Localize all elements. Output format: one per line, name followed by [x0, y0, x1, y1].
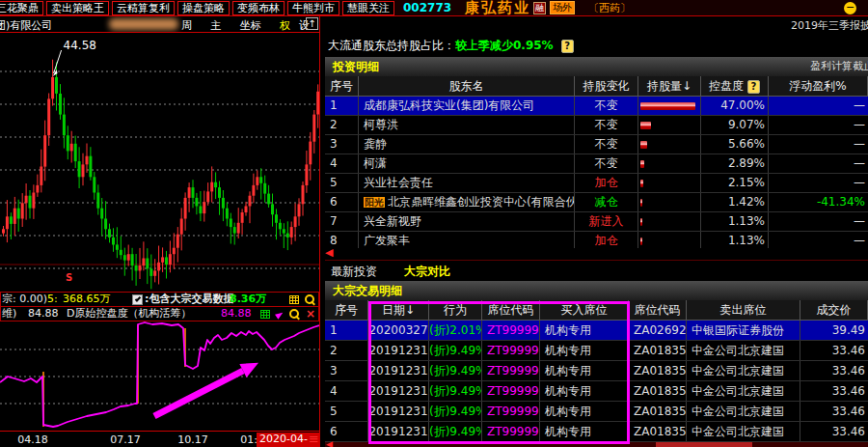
trade-seat-code: ZT999999 — [482, 402, 540, 421]
trade-action: (折)9.49% — [429, 361, 482, 380]
candlestick-chart[interactable]: 44.58 S — [0, 33, 319, 292]
holder-name: 柯尊洪 — [359, 116, 575, 134]
close-icon[interactable]: × — [306, 309, 315, 320]
holder-row-8[interactable]: 8广发聚丰加仓1.13%— — [325, 232, 868, 248]
holders-col-6[interactable]: 浮动盈利% — [769, 76, 868, 96]
sell-signal-marker: S — [66, 272, 72, 283]
checkbox-label[interactable]: :包含大宗交易数据 — [145, 293, 233, 306]
margin-badge: 融 — [533, 2, 546, 14]
trade-row-5[interactable]: 520191231(折)9.49%ZT999999机构专用ZA018355中金公… — [325, 402, 868, 422]
trades-col-4[interactable]: 席位代码 — [482, 300, 540, 320]
trades-table-header: 序号日期↓行为席位代码买入席位席位代码卖出席位成交价 — [325, 300, 868, 321]
trade-action: (折)9.49% — [429, 341, 482, 360]
trade-row-1[interactable]: 120200327(折)2.01%ZT999999机构专用ZA026921中银国… — [325, 321, 868, 341]
holders-section-title: 投资明细 — [333, 60, 379, 73]
scrollbar-thumb[interactable] — [656, 442, 752, 447]
x-axis-label: 10.17 — [177, 433, 208, 446]
trade-row-2[interactable]: 220191231(折)9.49%ZT999999机构专用ZA018355中金公… — [325, 341, 868, 361]
trade-row-3[interactable]: 320191231(折)9.49%ZT999999机构专用ZA018355中金公… — [325, 361, 868, 381]
holders-col-5[interactable]: 控盘度? — [701, 76, 769, 96]
trade-sell-seat: 中金公司北京建国 — [687, 402, 800, 421]
holder-change: 新进入 — [575, 212, 638, 231]
menu-burger-icon[interactable]: ≡ — [309, 432, 319, 446]
trade-sell-code: ZA018355 — [629, 422, 687, 441]
volume-bar — [640, 141, 647, 149]
trades-col-6[interactable]: 席位代码 — [629, 300, 687, 320]
holder-volume-bar-cell — [638, 193, 701, 211]
holder-name: 柯潇 — [359, 154, 575, 173]
horizontal-scrollbar[interactable] — [325, 442, 868, 447]
holders-col-4[interactable]: 持股量↓ — [638, 76, 701, 96]
toolbar-item-2[interactable]: 主图 — [210, 18, 231, 33]
menu-item-7[interactable]: 慧眼关注 — [342, 1, 394, 15]
holder-row-1[interactable]: 1成都康弘科技实业(集团)有限公司不变47.00%— — [325, 97, 868, 116]
holder-change: 不变 — [575, 135, 638, 154]
holder-row-3[interactable]: 3龚静不变5.66%— — [325, 135, 868, 154]
overlay-value: 8.36万 — [230, 293, 266, 306]
magnifier-icon[interactable] — [305, 294, 315, 305]
trade-action: (折)2.01% — [429, 321, 482, 340]
trade-buy-seat: 机构专用 — [540, 321, 629, 340]
trade-row-4[interactable]: 420191231(折)9.49%ZT999999机构专用ZA018355中金公… — [325, 381, 868, 402]
trade-buy-seat: 机构专用 — [540, 341, 629, 360]
trade-row-6[interactable]: 620191231(折)9.49%ZT999999机构专用ZA018355中金公… — [325, 422, 868, 442]
help-icon[interactable]: ? — [747, 80, 760, 94]
holder-change: 不变 — [575, 154, 638, 173]
holders-col-2[interactable]: 股东名 — [359, 76, 575, 96]
trades-col-1[interactable]: 序号 — [325, 300, 368, 320]
calculator-icon[interactable] — [260, 310, 270, 319]
volume-bar — [640, 218, 642, 226]
holder-row-2[interactable]: 2柯尊洪不变9.07%— — [325, 116, 868, 135]
pin-dart-icon[interactable] — [275, 310, 285, 320]
x-axis-label: 04.18 — [17, 433, 48, 446]
holder-volume-bar-cell — [638, 97, 701, 115]
holder-row-7[interactable]: 7兴全新视野新进入1.13%— — [325, 212, 868, 232]
magnifier-icon[interactable] — [289, 309, 300, 320]
trade-seat-code: ZT999999 — [482, 361, 540, 380]
industry-tag: 〔西药〕 — [588, 1, 631, 15]
calculator-icon[interactable] — [289, 295, 299, 304]
trade-no: 2 — [325, 341, 368, 360]
menu-item-1[interactable]: 三花聚鼎 — [0, 1, 43, 15]
scroll-left-icon[interactable]: ◀ — [326, 441, 333, 447]
menu-item-2[interactable]: 卖出策略王 — [46, 1, 109, 15]
holder-name: 阳光北京鼎晖维鑫创业投资中心(有限合伙) — [359, 193, 575, 211]
trade-sell-seat: 中银国际证券股份 — [687, 321, 800, 340]
menu-item-3[interactable]: 云精算复利 — [112, 1, 175, 15]
stock-name: 康弘药业 — [465, 0, 530, 17]
trade-buy-seat: 机构专用 — [540, 422, 629, 441]
include-block-trades-checkbox[interactable] — [132, 294, 143, 305]
trades-col-7[interactable]: 卖出席位 — [687, 300, 800, 320]
scroll-left-icon[interactable]: ◀ — [325, 247, 333, 258]
strategy-menu: 三花聚鼎卖出策略王云精算复利操盘策略变频布林牛熊判市慧眼关注 — [0, 1, 397, 15]
trades-col-2[interactable]: 日期↓ — [368, 300, 429, 320]
holder-change: 加仓 — [575, 174, 638, 192]
trade-no: 1 — [325, 321, 368, 340]
trades-col-8[interactable]: 成交价 — [800, 300, 868, 320]
menu-item-5[interactable]: 变频布林 — [232, 1, 285, 15]
holders-col-1[interactable]: 序号 — [325, 76, 359, 96]
tab-1[interactable]: 最新投资 — [331, 265, 377, 278]
expand-up-icon[interactable]: ↑ — [306, 17, 318, 30]
top-menu-bar: 三花聚鼎卖出策略王云精算复利操盘策略变频布林牛熊判市慧眼关注 002773 康弘… — [0, 0, 868, 16]
holder-name: 兴全新视野 — [359, 212, 575, 231]
toolbar-item-1[interactable]: 周期 — [181, 18, 202, 33]
minimize-icon[interactable]: − — [844, 2, 856, 14]
holders-col-3[interactable]: 持股变化 — [575, 76, 638, 96]
tab-2[interactable]: 大宗对比 — [404, 265, 450, 278]
toolbar-item-4[interactable]: 权 — [280, 18, 290, 33]
holder-control-ratio: 2.15% — [701, 174, 769, 192]
holder-row-6[interactable]: 6阳光北京鼎晖维鑫创业投资中心(有限合伙)减仓1.42%-41.34% — [325, 193, 868, 212]
trades-col-3[interactable]: 行为 — [429, 300, 482, 320]
toolbar-item-3[interactable]: 坐标线 — [240, 18, 271, 33]
menu-item-4[interactable]: 操盘策略 — [177, 1, 230, 15]
holder-float-profit: — — [769, 154, 868, 173]
holder-row-4[interactable]: 4柯潇不变2.89%— — [325, 154, 868, 174]
control-ratio-chart[interactable] — [0, 321, 319, 431]
help-icon[interactable]: ? — [561, 40, 574, 53]
summary-label: 大流通股东总持股占比： — [328, 39, 455, 52]
menu-item-6[interactable]: 牛熊判市 — [287, 1, 339, 15]
volume-bar — [640, 122, 651, 129]
holder-row-5[interactable]: 5兴业社会责任加仓2.15%— — [325, 174, 868, 193]
trades-col-5[interactable]: 买入席位 — [540, 300, 629, 320]
